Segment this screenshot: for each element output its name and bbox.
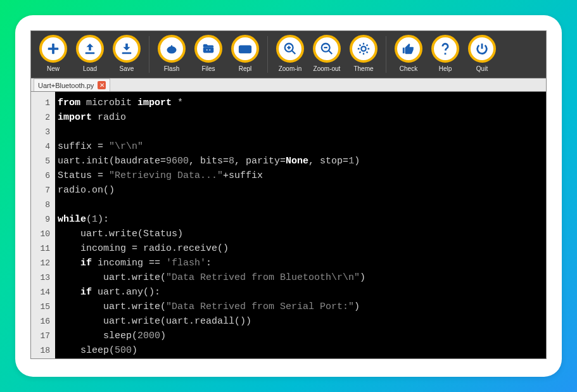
line-number: 1 (31, 96, 50, 110)
svg-rect-15 (248, 47, 250, 49)
code-editor[interactable]: 123456789101112131415161718 from microbi… (31, 92, 546, 358)
line-number: 13 (31, 270, 50, 285)
load-button[interactable]: Load (72, 34, 108, 72)
svg-point-10 (209, 49, 210, 51)
svg-rect-14 (246, 47, 247, 49)
svg-line-32 (367, 44, 368, 46)
toolbar-separator (149, 36, 149, 73)
line-number: 4 (31, 139, 50, 154)
svg-point-4 (168, 47, 176, 53)
code-line[interactable]: uart.write("Data Retrived from Bluetooth… (58, 270, 546, 285)
svg-rect-16 (242, 50, 248, 51)
svg-line-22 (329, 51, 333, 54)
code-line[interactable]: sleep(500) (58, 343, 546, 358)
chip-icon (158, 35, 186, 63)
line-number: 14 (31, 285, 50, 300)
code-line[interactable]: uart.write("Data Retrived from Serial Po… (58, 300, 546, 314)
download-icon (113, 35, 141, 63)
svg-point-5 (170, 49, 171, 50)
line-number-gutter: 123456789101112131415161718 (31, 92, 55, 358)
code-line[interactable]: import radio (58, 110, 546, 125)
svg-rect-13 (243, 47, 244, 49)
line-number: 9 (31, 212, 50, 227)
tab-bar: Uart+Bluetooth.py ✕ (31, 78, 546, 92)
code-line[interactable]: uart.write(Status) (58, 227, 546, 241)
code-line[interactable]: Status = "Retrieving Data..."+suffix (58, 168, 546, 183)
toolbar: New Load Save Flash Files (31, 31, 546, 78)
code-line[interactable]: incoming = radio.receive() (58, 241, 546, 256)
code-line[interactable] (58, 125, 546, 139)
question-icon (431, 35, 459, 63)
svg-point-9 (206, 49, 208, 51)
code-line[interactable]: uart.write(uart.readall()) (58, 314, 546, 329)
svg-rect-2 (86, 53, 95, 54)
new-button[interactable]: New (35, 34, 72, 72)
line-number: 7 (31, 183, 50, 198)
toolbar-separator (386, 36, 386, 73)
toolbar-separator (267, 36, 268, 73)
help-button[interactable]: Help (427, 34, 464, 72)
toolbar-label: Help (439, 65, 452, 72)
zoomout-button[interactable]: Zoom-out (308, 34, 345, 72)
keyboard-icon (231, 35, 259, 63)
svg-rect-1 (48, 47, 59, 50)
code-line[interactable]: if uart.any(): (58, 285, 546, 300)
code-line[interactable]: uart.init(baudrate=9600, bits=8, parity=… (58, 154, 546, 168)
svg-rect-8 (203, 47, 214, 53)
code-line[interactable]: suffix = "\r\n" (58, 139, 546, 154)
zoomin-button[interactable]: Zoom-in (272, 34, 308, 72)
toolbar-label: Quit (476, 65, 488, 72)
toolbar-label: Zoom-in (279, 65, 302, 72)
line-number: 3 (31, 125, 50, 139)
code-line[interactable] (58, 198, 546, 212)
toolbar-label: Zoom-out (314, 65, 341, 72)
thumbs-up-icon (395, 35, 422, 63)
line-number: 6 (31, 168, 50, 183)
zoom-out-icon (313, 35, 341, 63)
line-number: 15 (31, 300, 50, 314)
flash-button[interactable]: Flash (153, 34, 190, 72)
repl-button[interactable]: Repl (227, 34, 263, 72)
plus-icon (39, 35, 67, 63)
svg-rect-12 (241, 47, 243, 49)
svg-line-18 (292, 51, 296, 54)
line-number: 16 (31, 314, 50, 329)
check-button[interactable]: Check (390, 34, 427, 72)
svg-line-31 (359, 52, 360, 53)
theme-button[interactable]: Theme (345, 34, 382, 72)
svg-line-29 (359, 44, 360, 46)
code-area[interactable]: from microbit import *import radiosuffix… (55, 92, 546, 358)
line-number: 11 (31, 241, 50, 256)
ide-window: New Load Save Flash Files (30, 30, 547, 359)
toolbar-label: Theme (353, 65, 373, 72)
zoom-in-icon (276, 35, 304, 63)
code-line[interactable]: radio.on() (58, 183, 546, 198)
code-line[interactable]: from microbit import * (58, 96, 546, 110)
toolbar-label: Flash (164, 65, 179, 72)
line-number: 5 (31, 154, 50, 168)
folder-icon (194, 35, 222, 63)
code-line[interactable]: sleep(2000) (58, 329, 546, 343)
line-number: 8 (31, 198, 50, 212)
svg-point-24 (361, 46, 365, 51)
toolbar-label: New (47, 65, 60, 72)
code-line[interactable]: while(1): (58, 212, 546, 227)
upload-icon (76, 35, 104, 63)
toolbar-label: Load (83, 65, 97, 72)
quit-button[interactable]: Quit (464, 34, 500, 72)
svg-rect-3 (122, 53, 132, 54)
sun-icon (350, 35, 377, 63)
file-tab[interactable]: Uart+Bluetooth.py ✕ (34, 79, 110, 91)
power-icon (468, 35, 496, 63)
svg-point-6 (172, 49, 174, 50)
toolbar-label: Check (400, 65, 417, 72)
line-number: 2 (31, 110, 50, 125)
line-number: 17 (31, 329, 50, 343)
line-number: 10 (31, 227, 50, 241)
close-icon[interactable]: ✕ (98, 81, 106, 89)
code-line[interactable]: if incoming == 'flash': (58, 256, 546, 270)
files-button[interactable]: Files (190, 34, 227, 72)
line-number: 18 (31, 343, 50, 358)
save-button[interactable]: Save (108, 34, 145, 72)
svg-line-30 (367, 52, 368, 53)
